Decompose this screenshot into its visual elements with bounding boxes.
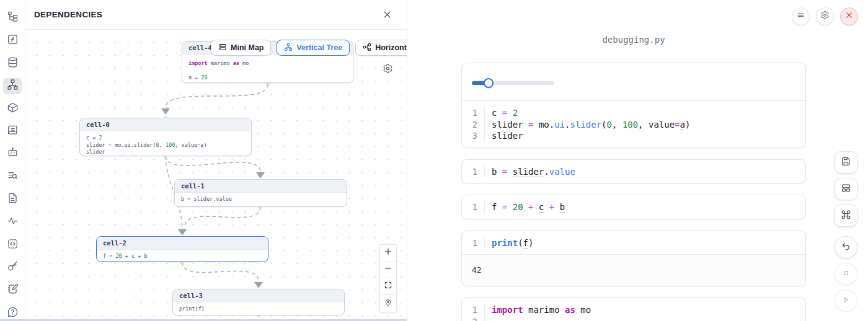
graph-node-cell-1[interactable]: cell-1b = slider.value (174, 179, 347, 207)
view-button-vertical-tree[interactable]: Vertical Tree (277, 40, 350, 56)
graph-node-cell-3[interactable]: cell-3print(f) (172, 289, 345, 315)
notebook-column: debugging.py 1c = 22slider = mo.ui.slide… (461, 0, 806, 321)
save-icon (841, 156, 851, 169)
graph-settings-gear-icon[interactable] (383, 63, 393, 74)
datasources-icon (7, 56, 19, 71)
graph-node-title: cell-2 (97, 237, 268, 250)
tracing-icon (7, 215, 19, 229)
zoom-out-button[interactable] (380, 262, 396, 278)
run-button[interactable] (835, 289, 857, 312)
sidebar-item-chat[interactable] (3, 146, 22, 162)
code-editor[interactable]: 1f = 20 + c + b (462, 195, 805, 219)
graph-node-code: print(f) (173, 302, 344, 315)
code-editor[interactable]: 1c = 22slider = mo.ui.slider(0, 100, val… (462, 101, 805, 147)
sidebar-item-logs[interactable] (3, 123, 22, 139)
variables-icon (7, 170, 19, 184)
sidebar-item-dependencies[interactable] (3, 78, 22, 94)
code-cell: 1print(f)42 (461, 231, 806, 287)
pin-button[interactable] (380, 295, 396, 312)
scratchpad-icon (7, 283, 19, 297)
code-line[interactable]: slider (484, 130, 805, 142)
code-cell: 1import marimo as mo2 (461, 297, 806, 321)
code-editor[interactable]: 1print(f) (462, 231, 805, 255)
sidebar-item-file-tree[interactable] (3, 10, 22, 26)
code-cell: 1c = 22slider = mo.ui.slider(0, 100, val… (461, 63, 806, 148)
shutdown-icon (844, 11, 854, 22)
sidebar-item-secrets[interactable] (3, 260, 22, 276)
notebook-filename[interactable]: debugging.py (461, 35, 806, 45)
menu-button[interactable] (792, 7, 810, 25)
stop-button[interactable] (835, 263, 857, 285)
settings-button[interactable] (816, 7, 834, 25)
sidebar-item-tracing[interactable] (3, 214, 22, 231)
zoom-in-button[interactable] (380, 245, 396, 262)
sidebar-item-documentation[interactable] (3, 191, 22, 208)
cell-output: 42 (462, 254, 805, 286)
dependency-graph-canvas[interactable]: cell-4import marimo as moa = 20cell-0c =… (25, 30, 407, 321)
code-cell: 1f = 20 + c + b (461, 195, 806, 219)
stop-icon (841, 268, 851, 281)
zoom-out-icon (384, 264, 392, 275)
sidebar-item-datasources[interactable] (3, 55, 22, 71)
line-number: 2 (462, 119, 484, 131)
graph-node-cell-2[interactable]: cell-2f = 20 + c + b (96, 236, 268, 262)
horizontal-tree-icon (363, 43, 371, 53)
code-editor[interactable]: 1import marimo as mo2 (462, 298, 805, 321)
left-panel-wrapper: DEPENDENCIES cell-4import marimo as moa … (0, 0, 407, 321)
code-line[interactable]: print(f) (484, 237, 805, 249)
menu-icon (796, 11, 805, 22)
zoom-in-icon (384, 247, 392, 258)
graph-node-title: cell-0 (80, 118, 251, 131)
code-line[interactable]: import marimo as mo (484, 304, 805, 316)
notebook-action-buttons (835, 151, 857, 312)
sidebar-item-packages[interactable] (3, 101, 22, 117)
keyboard-shortcuts-icon (841, 209, 851, 222)
chat-icon (7, 147, 19, 161)
view-button-horizontal-tree[interactable]: Horizontal Tree (355, 40, 407, 56)
undo-button[interactable] (835, 236, 857, 258)
dependencies-panel-header: DEPENDENCIES (25, 0, 407, 30)
logs-icon (7, 125, 19, 139)
pin-icon (384, 298, 392, 309)
graph-node-cell-0[interactable]: cell-0c = 2slider = mo.ui.slider(0, 100,… (79, 118, 252, 156)
sidebar-item-scratchpad[interactable] (3, 283, 22, 299)
layout-icon (841, 183, 851, 196)
cell-output-slider (462, 63, 805, 101)
settings-icon (820, 11, 830, 22)
slider-thumb[interactable] (484, 78, 494, 88)
keyboard-shortcuts-button[interactable] (835, 204, 857, 227)
graph-node-code: b = slider.value (175, 193, 347, 206)
sidebar-item-snippets[interactable] (3, 237, 22, 253)
graph-node-code: import marimo as moa = 20 (182, 55, 353, 83)
graph-node-code: f = 20 + c + b (97, 250, 268, 262)
dependencies-panel: DEPENDENCIES cell-4import marimo as moa … (25, 0, 407, 321)
line-number: 1 (462, 237, 484, 249)
save-button[interactable] (835, 151, 857, 174)
line-number: 2 (462, 316, 484, 321)
vertical-tree-icon (284, 43, 293, 53)
fit-view-icon (384, 281, 392, 292)
code-line[interactable]: c = 2 (484, 107, 805, 119)
shutdown-button[interactable] (840, 7, 858, 25)
close-icon[interactable] (380, 8, 394, 22)
layout-button[interactable] (835, 178, 857, 200)
slider[interactable] (472, 78, 554, 88)
secrets-icon (7, 260, 19, 275)
documentation-icon (7, 192, 19, 206)
code-line[interactable]: slider = mo.ui.slider(0, 100, value=a) (484, 119, 805, 131)
code-line[interactable]: b = slider.value (484, 166, 805, 178)
snippets-icon (7, 238, 19, 252)
help-icon (7, 306, 19, 320)
sidebar-item-functions[interactable] (3, 33, 22, 49)
code-line[interactable]: f = 20 + c + b (484, 201, 805, 213)
helper-sidebar (0, 0, 25, 321)
line-number: 1 (462, 201, 484, 213)
view-button-mini-map[interactable]: Mini Map (211, 40, 271, 56)
dependencies-icon (7, 79, 19, 93)
fit-view-button[interactable] (380, 278, 396, 295)
app-header-buttons (792, 7, 858, 25)
code-line[interactable] (484, 316, 805, 321)
graph-node-code: c = 2slider = mo.ui.slider(0, 100, value… (80, 131, 251, 156)
code-editor[interactable]: 1b = slider.value (462, 160, 805, 183)
sidebar-item-variables[interactable] (3, 169, 22, 185)
